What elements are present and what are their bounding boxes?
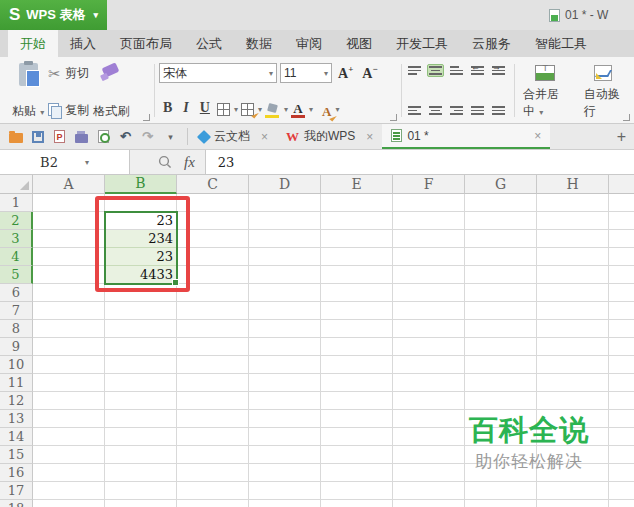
doc-tab-3[interactable]: 01 *× — [382, 124, 550, 149]
cell-E11[interactable] — [321, 374, 393, 392]
cell-A18[interactable] — [33, 500, 105, 507]
cell-H8[interactable] — [537, 320, 609, 338]
cell-E13[interactable] — [321, 410, 393, 428]
cell-B17[interactable] — [105, 482, 177, 500]
cell-H3[interactable] — [537, 230, 609, 248]
cell-A7[interactable] — [33, 302, 105, 320]
cell-F9[interactable] — [393, 338, 465, 356]
row-header-8[interactable]: 8 — [0, 320, 33, 338]
cell-H14[interactable] — [537, 428, 609, 446]
cell-D7[interactable] — [249, 302, 321, 320]
cell-I7[interactable] — [609, 302, 634, 320]
cell-B3[interactable]: 234 — [105, 230, 177, 248]
cell-A10[interactable] — [33, 356, 105, 374]
cell-H11[interactable] — [537, 374, 609, 392]
bold-button[interactable]: B — [159, 100, 176, 118]
cell-E14[interactable] — [321, 428, 393, 446]
cell-D4[interactable] — [249, 248, 321, 266]
borders-icon[interactable] — [217, 103, 230, 116]
doc-tab-1[interactable]: 云文档× — [190, 124, 277, 149]
cell-G17[interactable] — [465, 482, 537, 500]
close-tab-icon[interactable]: × — [366, 130, 373, 144]
cell-F12[interactable] — [393, 392, 465, 410]
cell-B4[interactable]: 23 — [105, 248, 177, 266]
cell-H18[interactable] — [537, 500, 609, 507]
row-header-9[interactable]: 9 — [0, 338, 33, 356]
cell-A17[interactable] — [33, 482, 105, 500]
cell-C9[interactable] — [177, 338, 249, 356]
cell-B18[interactable] — [105, 500, 177, 507]
cell-C12[interactable] — [177, 392, 249, 410]
cell-H7[interactable] — [537, 302, 609, 320]
cell-I6[interactable] — [609, 284, 634, 302]
cell-H2[interactable] — [537, 212, 609, 230]
cell-I11[interactable] — [609, 374, 634, 392]
cell-D12[interactable] — [249, 392, 321, 410]
column-header-B[interactable]: B — [105, 175, 177, 194]
copy-button[interactable]: 复制 — [48, 101, 89, 119]
align-top-icon[interactable] — [406, 64, 423, 77]
cell-C7[interactable] — [177, 302, 249, 320]
cell-B8[interactable] — [105, 320, 177, 338]
cell-C6[interactable] — [177, 284, 249, 302]
cell-D2[interactable] — [249, 212, 321, 230]
cell-F16[interactable] — [393, 464, 465, 482]
fill-handle[interactable] — [172, 279, 179, 286]
column-header-C[interactable]: C — [177, 175, 249, 194]
cell-A12[interactable] — [33, 392, 105, 410]
cell-C5[interactable] — [177, 266, 249, 284]
cell-G2[interactable] — [465, 212, 537, 230]
cell-I5[interactable] — [609, 266, 634, 284]
row-header-18[interactable]: 18 — [0, 500, 33, 507]
cell-F8[interactable] — [393, 320, 465, 338]
cell-E17[interactable] — [321, 482, 393, 500]
cell-A6[interactable] — [33, 284, 105, 302]
italic-button[interactable]: I — [179, 100, 192, 118]
cell-H1[interactable] — [537, 194, 609, 212]
align-right-icon[interactable] — [448, 104, 465, 117]
cell-D13[interactable] — [249, 410, 321, 428]
select-all-corner[interactable] — [0, 175, 33, 194]
cell-A5[interactable] — [33, 266, 105, 284]
font-dialog-launcher-icon[interactable] — [390, 114, 397, 121]
cell-F18[interactable] — [393, 500, 465, 507]
cell-E2[interactable] — [321, 212, 393, 230]
redo-button[interactable]: ↷ — [140, 129, 155, 144]
cell-F13[interactable] — [393, 410, 465, 428]
cell-G9[interactable] — [465, 338, 537, 356]
cell-H4[interactable] — [537, 248, 609, 266]
distributed-icon[interactable] — [490, 104, 507, 117]
row-header-10[interactable]: 10 — [0, 356, 33, 374]
row-header-11[interactable]: 11 — [0, 374, 33, 392]
cell-B5[interactable]: 4433 — [105, 266, 177, 284]
cell-A15[interactable] — [33, 446, 105, 464]
increase-indent-icon[interactable] — [490, 64, 507, 77]
row-header-1[interactable]: 1 — [0, 194, 33, 212]
cell-E5[interactable] — [321, 266, 393, 284]
cell-A4[interactable] — [33, 248, 105, 266]
column-header-A[interactable]: A — [33, 175, 105, 194]
wrap-text-button[interactable]: 自动换行 — [580, 62, 626, 121]
column-header-H[interactable]: H — [537, 175, 609, 194]
quickbar-more-button[interactable]: ▾ — [163, 129, 178, 144]
cell-I1[interactable] — [609, 194, 634, 212]
row-header-4[interactable]: 4 — [0, 248, 33, 266]
name-box[interactable]: B2 ▾ — [0, 150, 130, 174]
clear-format-button[interactable]: A — [322, 100, 331, 118]
cell-I3[interactable] — [609, 230, 634, 248]
save-button[interactable] — [30, 129, 45, 144]
row-header-13[interactable]: 13 — [0, 410, 33, 428]
cell-I13[interactable] — [609, 410, 634, 428]
cell-F15[interactable] — [393, 446, 465, 464]
cell-I18[interactable] — [609, 500, 634, 507]
decrease-indent-icon[interactable] — [469, 64, 486, 77]
cell-G14[interactable] — [465, 428, 537, 446]
cell-G6[interactable] — [465, 284, 537, 302]
cell-H9[interactable] — [537, 338, 609, 356]
cell-D5[interactable] — [249, 266, 321, 284]
font-name-select[interactable]: 宋体 ▾ — [159, 63, 277, 83]
cell-C4[interactable] — [177, 248, 249, 266]
cell-A9[interactable] — [33, 338, 105, 356]
cell-E9[interactable] — [321, 338, 393, 356]
cell-D3[interactable] — [249, 230, 321, 248]
